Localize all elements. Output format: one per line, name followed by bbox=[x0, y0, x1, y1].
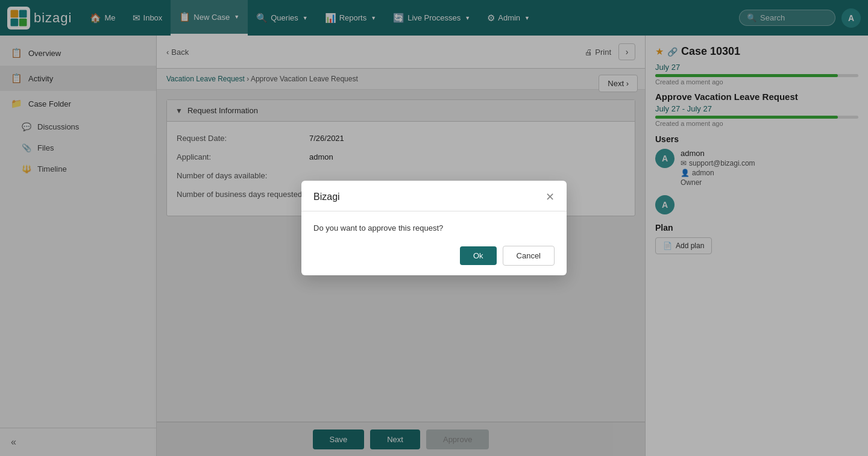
modal-dialog: Bizagi ✕ Do you want to approve this req… bbox=[301, 181, 567, 275]
modal-overlay[interactable]: Bizagi ✕ Do you want to approve this req… bbox=[0, 0, 868, 456]
modal-ok-button[interactable]: Ok bbox=[460, 246, 497, 265]
modal-cancel-button[interactable]: Cancel bbox=[503, 246, 555, 266]
modal-footer: Ok Cancel bbox=[301, 239, 567, 275]
modal-header: Bizagi ✕ bbox=[301, 181, 567, 211]
modal-message: Do you want to approve this request? bbox=[313, 223, 555, 233]
modal-close-button[interactable]: ✕ bbox=[546, 190, 555, 204]
modal-title: Bizagi bbox=[313, 192, 340, 202]
modal-body: Do you want to approve this request? bbox=[301, 211, 567, 239]
